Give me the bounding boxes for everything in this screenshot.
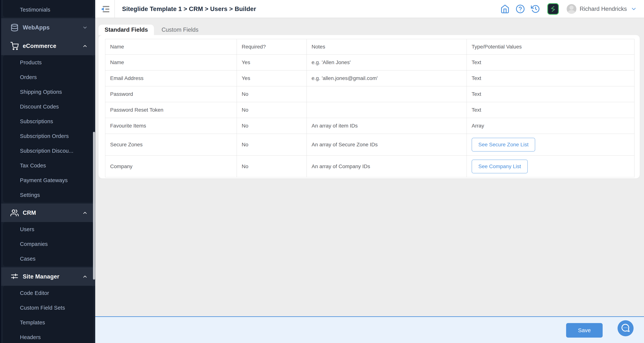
sidebar-section-crm[interactable]: CRM bbox=[1, 204, 95, 222]
topbar: Siteglide Template 1 > CRM > Users > Bui… bbox=[95, 0, 644, 18]
sidebar-item-subscription-orders[interactable]: Subscription Orders bbox=[3, 129, 93, 144]
sidebar-item-label: Products bbox=[20, 60, 42, 66]
app-window: Testimonials WebApps eCo bbox=[0, 0, 644, 343]
sidebar-item-users[interactable]: Users bbox=[3, 222, 93, 237]
sidebar-section-block: CRM bbox=[1, 204, 95, 222]
sidebar-item-label: Tax Codes bbox=[20, 163, 46, 169]
chevron-up-icon bbox=[82, 210, 88, 216]
sidebar-group-ecommerce-items: Products Orders Shipping Options Discoun… bbox=[3, 55, 93, 202]
sidebar-item-label: Orders bbox=[20, 74, 37, 80]
sidebar-item-templates[interactable]: Templates bbox=[3, 315, 93, 330]
chat-widget-button[interactable] bbox=[618, 320, 634, 336]
sidebar-section-ecommerce[interactable]: eCommerce bbox=[1, 37, 95, 55]
sidebar-item-subscription-discounts[interactable]: Subscription Discou... bbox=[3, 144, 93, 158]
cell-type: Text bbox=[467, 55, 634, 70]
cell-type: Array bbox=[467, 118, 634, 134]
sidebar-item-label: Companies bbox=[20, 241, 48, 247]
sidebar-section-label: eCommerce bbox=[23, 43, 82, 49]
user-name[interactable]: Richard Hendricks bbox=[580, 6, 627, 12]
sidebar-item-label: Discount Codes bbox=[20, 104, 59, 110]
sidebar-item-tax-codes[interactable]: Tax Codes bbox=[3, 158, 93, 173]
see-company-list-button[interactable]: See Company List bbox=[472, 160, 528, 173]
table-row: Secure Zones No An array of Secure Zone … bbox=[105, 134, 634, 156]
sidebar-section-label: WebApps bbox=[23, 24, 82, 31]
cart-icon bbox=[10, 42, 19, 50]
cell-name: Name bbox=[105, 55, 237, 70]
sidebar-item-headers[interactable]: Headers bbox=[3, 330, 93, 343]
arrow-left-icon bbox=[101, 8, 104, 11]
breadcrumb-path: Siteglide Template 1 > CRM > Users > bbox=[122, 6, 233, 13]
column-header: Required? bbox=[237, 39, 307, 55]
sidebar-section-label: Site Manager bbox=[23, 273, 82, 280]
sidebar-item-discount-codes[interactable]: Discount Codes bbox=[3, 99, 93, 114]
tab-custom-fields[interactable]: Custom Fields bbox=[158, 25, 202, 35]
cell-notes: An array of Company IDs bbox=[307, 156, 467, 177]
sidebar-item-label: Custom Field Sets bbox=[20, 305, 65, 311]
sidebar-item-label: Subscription Discou... bbox=[20, 148, 74, 154]
cell-notes: An array of Secure Zone IDs bbox=[307, 134, 467, 155]
sidebar-group-webapps-items: Testimonials bbox=[3, 0, 93, 17]
chat-bubble-icon bbox=[621, 323, 630, 333]
table-row: Password No Text bbox=[105, 86, 634, 102]
cell-name: Company bbox=[105, 156, 237, 177]
fields-table: Name Required? Notes Type/Potential Valu… bbox=[105, 39, 634, 177]
sidebar-item-label: Testimonials bbox=[20, 7, 50, 13]
collapse-icon bbox=[103, 6, 110, 7]
home-icon[interactable] bbox=[500, 4, 510, 14]
cell-name: Favourite Items bbox=[105, 118, 237, 134]
help-icon[interactable] bbox=[516, 4, 525, 14]
cell-required: No bbox=[237, 118, 307, 134]
cell-required: No bbox=[237, 156, 307, 177]
sidebar-item-label: Subscription Orders bbox=[20, 133, 69, 139]
cell-name: Secure Zones bbox=[105, 134, 237, 155]
collapse-sidebar-button[interactable] bbox=[101, 6, 110, 13]
see-secure-zone-list-button[interactable]: See Secure Zone List bbox=[472, 138, 535, 152]
cell-required: Yes bbox=[237, 71, 307, 86]
column-header: Notes bbox=[307, 39, 467, 55]
database-icon bbox=[10, 24, 19, 32]
sidebar-item-label: Code Editor bbox=[20, 290, 49, 296]
divider bbox=[114, 0, 115, 18]
cell-notes: e.g. 'Allen Jones' bbox=[307, 55, 467, 70]
sidebar-scrollbar[interactable] bbox=[93, 132, 95, 280]
sidebar: Testimonials WebApps eCo bbox=[0, 0, 95, 343]
cell-type: See Secure Zone List bbox=[467, 134, 634, 155]
sidebar-section-block: WebApps eCommerce bbox=[1, 18, 95, 55]
sidebar-item-label: Shipping Options bbox=[20, 89, 62, 95]
cell-type: Text bbox=[467, 71, 634, 86]
sidebar-item-custom-field-sets[interactable]: Custom Field Sets bbox=[3, 300, 93, 315]
sidebar-item-products[interactable]: Products bbox=[3, 55, 93, 70]
sidebar-item-testimonials[interactable]: Testimonials bbox=[3, 3, 93, 17]
table-row: Company No An array of Company IDs See C… bbox=[105, 156, 634, 177]
sidebar-item-settings[interactable]: Settings bbox=[3, 188, 93, 202]
chevron-down-icon[interactable] bbox=[630, 6, 637, 12]
chevron-up-icon bbox=[82, 274, 88, 279]
cell-name: Password Reset Token bbox=[105, 102, 237, 118]
sidebar-item-shipping-options[interactable]: Shipping Options bbox=[3, 85, 93, 99]
sidebar-item-orders[interactable]: Orders bbox=[3, 70, 93, 85]
tab-standard-fields[interactable]: Standard Fields bbox=[98, 25, 154, 35]
sidebar-section-site-manager[interactable]: Site Manager bbox=[1, 267, 95, 286]
sidebar-section-webapps[interactable]: WebApps bbox=[1, 18, 95, 37]
table-row: Email Address Yes e.g. 'allen.jones@gmai… bbox=[105, 71, 634, 86]
siteglide-logo[interactable] bbox=[547, 3, 559, 15]
breadcrumb-current: Builder bbox=[234, 6, 256, 13]
sidebar-item-label: Subscriptions bbox=[20, 118, 53, 125]
sidebar-item-payment-gateways[interactable]: Payment Gateways bbox=[3, 173, 93, 188]
topbar-actions: Richard Hendricks bbox=[500, 0, 637, 18]
users-icon bbox=[10, 209, 19, 217]
table-row: Password Reset Token No Text bbox=[105, 102, 634, 118]
chevron-down-icon bbox=[82, 25, 88, 30]
sidebar-group-crm-items: Users Companies Cases bbox=[3, 222, 93, 266]
sidebar-item-label: Headers bbox=[20, 334, 41, 340]
save-button[interactable]: Save bbox=[566, 323, 603, 337]
sidebar-item-cases[interactable]: Cases bbox=[3, 251, 93, 266]
sidebar-item-code-editor[interactable]: Code Editor bbox=[3, 286, 93, 300]
avatar[interactable] bbox=[567, 4, 576, 14]
column-header: Type/Potential Values bbox=[467, 39, 634, 55]
sidebar-item-subscriptions[interactable]: Subscriptions bbox=[3, 114, 93, 129]
sidebar-section-label: CRM bbox=[23, 210, 82, 216]
history-icon[interactable] bbox=[531, 4, 540, 14]
table-header-row: Name Required? Notes Type/Potential Valu… bbox=[105, 39, 634, 55]
sidebar-item-companies[interactable]: Companies bbox=[3, 237, 93, 251]
